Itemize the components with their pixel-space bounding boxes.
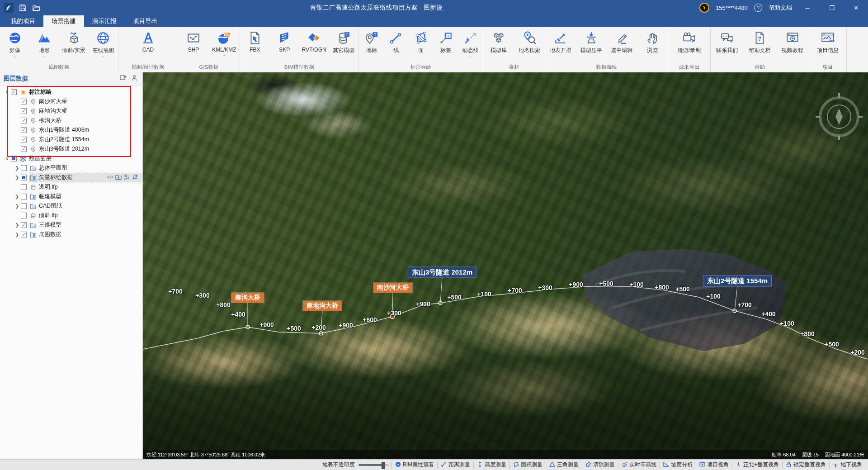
bridge-label[interactable]: 柳沟大桥 [231, 293, 264, 303]
reorder-swap-icon[interactable] [132, 174, 138, 181]
height-measure-button[interactable]: 高度测量 [474, 461, 509, 469]
tree-item-16[interactable]: ❯底图数据 [0, 230, 142, 239]
layer-checkbox[interactable] [11, 156, 17, 161]
bridge-label[interactable]: 麻地沟大桥 [303, 301, 342, 311]
video-tutorial-button[interactable]: 视频教程 [776, 30, 809, 59]
layer-checkbox[interactable] [21, 99, 27, 104]
layer-checkbox[interactable] [21, 165, 27, 171]
underground-view-button[interactable]: 地下视角 [830, 461, 865, 469]
layer-checkbox[interactable] [21, 137, 27, 142]
online-globe-button[interactable]: 在线底图⌄ [89, 30, 118, 59]
slope-analysis-button[interactable]: 坡度分析 [660, 461, 696, 469]
open-in-window-icon[interactable] [120, 75, 127, 83]
chevron-right-icon[interactable]: ❯ [14, 175, 21, 180]
layer-checkbox[interactable] [21, 118, 27, 123]
bridge-label[interactable]: 南沙河大桥 [373, 283, 412, 293]
triangle-measure-button[interactable]: 三角测量 [546, 461, 582, 469]
chevron-right-icon[interactable]: ❯ [14, 223, 21, 228]
tree-item-8[interactable]: ∨数据图层 [0, 154, 142, 163]
camera-record-button[interactable]: 漫游/录制 [668, 30, 710, 59]
area-measure-button[interactable]: 面积测量 [510, 461, 546, 469]
layer-checkbox[interactable] [21, 203, 27, 209]
tree-item-12[interactable]: ❯临建模型 [0, 192, 142, 201]
place-search-button[interactable]: 地名搜索 [514, 30, 545, 59]
project-info-button[interactable]: Logo项目信息 [809, 30, 846, 59]
north-vertical-view-button[interactable]: 正北+垂直视角 [732, 461, 782, 469]
skp-shape-button[interactable]: SKP [270, 30, 300, 57]
tree-item-1[interactable]: ∨标注标绘 [0, 87, 142, 97]
polygon-area-button[interactable]: 面 [409, 30, 434, 59]
tunnel-label[interactable]: 东山3号隧道 2012m [408, 267, 476, 278]
cad-letter-button[interactable]: CAD [118, 30, 178, 57]
chevron-down-icon[interactable]: ∨ [4, 156, 11, 161]
realtime-contour-button[interactable]: 实时等高线 [618, 461, 660, 469]
restore-button[interactable]: ❐ [823, 0, 841, 15]
tree-item-3[interactable]: 麻地沟大桥 [0, 106, 142, 116]
fit-extent-icon[interactable] [107, 174, 113, 181]
layer-checkbox[interactable] [21, 146, 27, 152]
chevron-down-icon[interactable]: ⌄ [13, 54, 17, 59]
chevron-down-icon[interactable]: ⌄ [222, 53, 226, 57]
project-view-button[interactable]: 项目视角 [696, 461, 732, 469]
pin-t-button[interactable]: T地标 [359, 30, 384, 59]
tab-project-export[interactable]: 项目导出 [125, 15, 165, 27]
chevron-down-icon[interactable]: ∨ [4, 90, 11, 95]
chevron-right-icon[interactable]: ❯ [14, 204, 21, 209]
tree-item-13[interactable]: ❯CAD图纸 [0, 201, 142, 211]
map-viewport[interactable]: +700+300+800+400+900+500+200+900+600+300… [143, 72, 868, 459]
layer-checkbox[interactable] [21, 127, 27, 133]
imagery-globe-button[interactable]: 影像⌄ [0, 30, 29, 59]
oblique-drone-button[interactable]: 倾斜/实景 [59, 30, 89, 59]
model-cubes-button[interactable]: 模型库 [483, 30, 514, 59]
fbx-doc-button[interactable]: FBX [240, 30, 270, 57]
style-edit-icon[interactable] [124, 174, 130, 181]
tree-item-5[interactable]: 东山1号隧道 4006m [0, 125, 142, 135]
chevron-down-icon[interactable]: ⌄ [102, 54, 105, 59]
tree-item-14[interactable]: 倾斜.lfp [0, 211, 142, 220]
tree-item-10[interactable]: ❯矢量标绘数据 [0, 173, 142, 182]
tag-t-button[interactable]: T标签 [433, 30, 458, 59]
help-question-icon[interactable]: ? [754, 4, 762, 12]
tunnel-label[interactable]: 东山2号隧道 1554m [703, 275, 772, 287]
layer-checkbox[interactable] [21, 108, 27, 114]
chevron-right-icon[interactable]: ❯ [14, 194, 21, 199]
polyline-button[interactable]: 线 [384, 30, 409, 59]
tree-item-6[interactable]: 东山2号隧道 1554m [0, 135, 142, 144]
bim-attribute-view-button[interactable]: BIM属性查看 [392, 461, 437, 469]
tree-item-9[interactable]: ❯总体平面图 [0, 163, 142, 173]
tree-item-11[interactable]: 透明.lfp [0, 182, 142, 192]
tree-item-7[interactable]: 东山3号隧道 2012m [0, 144, 142, 154]
surface-opacity-slider[interactable] [359, 464, 388, 466]
layer-checkbox[interactable] [21, 213, 27, 218]
tree-item-15[interactable]: ❯三维模型 [0, 220, 142, 230]
compass-icon[interactable] [816, 93, 863, 140]
browse-hand-button[interactable]: 浏览 [637, 30, 668, 59]
tree-item-2[interactable]: 南沙河大桥 [0, 97, 142, 106]
clear-measure-button[interactable]: 清除测量 [582, 461, 618, 469]
shp-window-button[interactable]: SHP [178, 30, 209, 57]
distance-measure-button[interactable]: 距离测量 [438, 461, 473, 469]
lock-vertical-view-button[interactable]: 锁定垂直视角 [783, 461, 829, 469]
open-project-button[interactable] [32, 3, 41, 12]
layer-checkbox[interactable] [11, 89, 17, 95]
chevron-down-icon[interactable]: ⌄ [42, 54, 46, 59]
rvt-diamonds-button[interactable]: RVT/DGN [299, 30, 329, 57]
edit-pencil-button[interactable]: 选中编辑 [607, 30, 637, 59]
close-button[interactable]: ✕ [847, 0, 865, 15]
chat-bubbles-button[interactable]: 联系我们 [711, 30, 743, 59]
doc-question-button[interactable]: ?帮助文档 [743, 30, 776, 59]
dig-shovel-button[interactable]: 地表开挖 [545, 30, 576, 59]
flatten-press-button[interactable]: 模型压平 [576, 30, 607, 59]
layer-checkbox[interactable] [21, 232, 27, 237]
terrain-mountain-button[interactable]: 地形⌄ [29, 30, 59, 59]
user-location-icon[interactable] [131, 75, 137, 83]
dynamic-line-button[interactable]: 动态线⌄ [458, 30, 483, 59]
tab-presentation[interactable]: 演示汇报 [84, 15, 125, 27]
save-button[interactable] [18, 3, 27, 12]
layer-checkbox[interactable] [21, 184, 27, 190]
help-doc-link[interactable]: 帮助文档 [769, 4, 792, 12]
tab-scene-build[interactable]: 场景搭建 [43, 15, 84, 27]
minimize-button[interactable]: ─ [798, 0, 816, 15]
tree-item-4[interactable]: 柳沟大桥 [0, 116, 142, 125]
add-to-folder-icon[interactable] [115, 174, 122, 181]
